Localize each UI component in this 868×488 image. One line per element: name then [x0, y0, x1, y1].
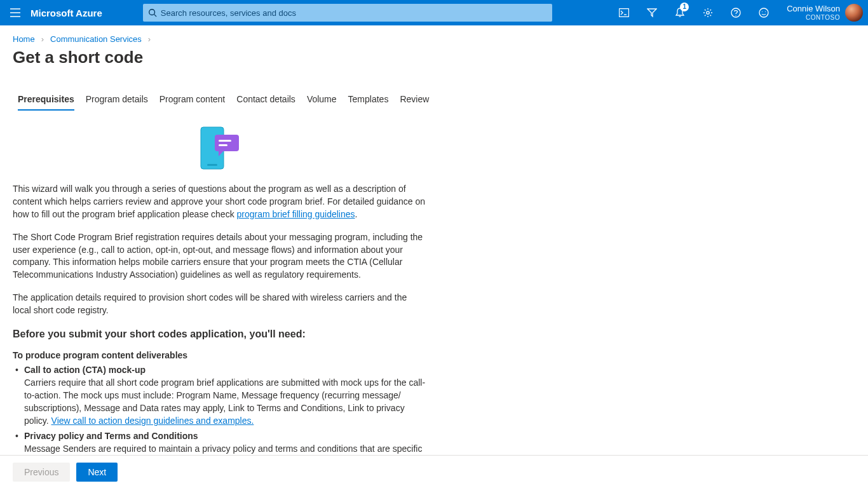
svg-rect-20 [219, 140, 231, 142]
svg-rect-5 [620, 9, 629, 17]
tab-volume[interactable]: Volume [307, 92, 337, 111]
breadcrumb-home[interactable]: Home [13, 34, 35, 44]
user-tenant: CONTOSO [787, 14, 840, 21]
cta-guidelines-link[interactable]: View call to action design guidelines an… [51, 416, 254, 426]
before-submit-heading: Before you submit your short codes appli… [13, 327, 426, 342]
brand-label: Microsoft Azure [31, 8, 115, 18]
menu-toggle[interactable] [0, 0, 31, 25]
svg-point-14 [765, 11, 766, 12]
paragraph-2: The Short Code Program Brief registratio… [13, 231, 426, 282]
tab-prerequisites[interactable]: Prerequisites [18, 92, 74, 111]
chevron-right-icon: › [41, 34, 44, 44]
svg-point-9 [707, 11, 709, 14]
wizard-tabs: Prerequisites Program details Program co… [0, 92, 868, 111]
next-button[interactable]: Next [76, 463, 118, 482]
user-name: Connie Wilson [787, 4, 840, 13]
top-bar: Microsoft Azure 1 Connie Wilson [0, 0, 868, 25]
notification-badge: 1 [680, 3, 689, 11]
previous-button: Previous [13, 463, 70, 482]
global-search[interactable] [143, 4, 552, 22]
tab-program-content[interactable]: Program content [159, 92, 226, 111]
breadcrumb: Home › Communication Services › [0, 25, 868, 46]
hero-illustration [13, 126, 426, 172]
page-title: Get a short code [0, 46, 868, 79]
chevron-right-icon: › [148, 34, 151, 44]
svg-point-12 [759, 8, 768, 17]
breadcrumb-communication-services[interactable]: Communication Services [50, 34, 142, 44]
intro-paragraph: This wizard will walk you through a seri… [13, 183, 426, 221]
search-input[interactable] [161, 8, 547, 18]
directory-filter-icon[interactable] [638, 0, 666, 25]
help-icon[interactable] [722, 0, 750, 25]
feedback-icon[interactable] [750, 0, 778, 25]
deliverables-subheading: To produce program content deliverables [13, 349, 426, 362]
wizard-footer: Previous Next [0, 455, 868, 488]
settings-icon[interactable] [694, 0, 722, 25]
paragraph-3: The application details required to prov… [13, 292, 426, 317]
svg-point-13 [762, 11, 763, 12]
program-brief-guidelines-link[interactable]: program brief filling guidelines [237, 209, 355, 219]
tab-review[interactable]: Review [400, 92, 429, 111]
cloud-shell-icon[interactable] [610, 0, 638, 25]
tab-contact-details[interactable]: Contact details [236, 92, 295, 111]
list-item: Privacy policy and Terms and Conditions … [24, 430, 426, 455]
list-item: Call to action (CTA) mock-up Carriers re… [24, 364, 426, 427]
svg-marker-7 [648, 9, 656, 17]
topbar-actions: 1 Connie Wilson CONTOSO [610, 0, 868, 25]
prerequisites-content: This wizard will walk you through a seri… [0, 111, 438, 455]
tab-program-details[interactable]: Program details [86, 92, 148, 111]
svg-point-3 [149, 10, 155, 15]
avatar [845, 4, 863, 22]
svg-rect-17 [207, 164, 217, 166]
bullet-title-cta: Call to action (CTA) mock-up [24, 365, 146, 375]
tab-templates[interactable]: Templates [348, 92, 389, 111]
svg-line-4 [154, 15, 156, 17]
bullet-title-privacy: Privacy policy and Terms and Conditions [24, 431, 198, 441]
svg-point-11 [736, 15, 736, 16]
svg-rect-18 [215, 135, 239, 151]
notifications-icon[interactable]: 1 [666, 0, 694, 25]
svg-rect-21 [219, 144, 227, 146]
deliverables-list: Call to action (CTA) mock-up Carriers re… [13, 364, 426, 455]
account-menu[interactable]: Connie Wilson CONTOSO [778, 4, 868, 22]
